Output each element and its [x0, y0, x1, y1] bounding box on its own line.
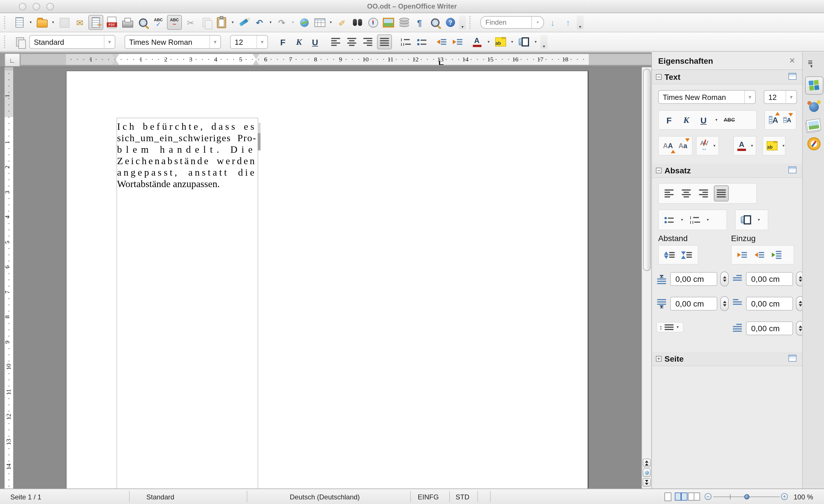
horizontal-ruler[interactable]: 123456789101112131415161718 1	[21, 54, 651, 65]
increase-spacing-button[interactable]	[662, 247, 676, 262]
document-line[interactable]: sich_um_ein_schwieriges Pro-	[117, 132, 256, 144]
paragraph-background-button[interactable]	[739, 212, 753, 227]
vertical-scrollbar[interactable]	[641, 67, 651, 489]
sidebar-decrease-indent-button[interactable]	[752, 247, 766, 262]
above-paragraph-spacing-field[interactable]	[670, 272, 717, 286]
numbered-list-button[interactable]	[399, 35, 413, 49]
next-page-button[interactable]	[643, 478, 651, 487]
align-right-button[interactable]	[361, 35, 375, 49]
help-button[interactable]: ?	[443, 15, 457, 29]
sidebar-font-color-dropdown[interactable]: ▾	[749, 143, 754, 148]
clone-formatting-button[interactable]	[237, 15, 251, 29]
email-button[interactable]: ✉	[73, 15, 87, 29]
cut-button[interactable]: ✂	[184, 15, 197, 29]
align-center-button[interactable]	[345, 35, 358, 49]
edit-mode-button[interactable]: ✏	[88, 15, 103, 30]
previous-page-button[interactable]	[643, 459, 651, 467]
spellcheck-button[interactable]: ABC✓	[151, 15, 165, 29]
vertical-ruler[interactable]: 1234567891011121314 1	[5, 67, 13, 489]
text-dialog-launcher-icon[interactable]	[789, 73, 797, 80]
paragraph-style-combo[interactable]: Standard ▼	[29, 35, 115, 49]
underline-button[interactable]: U	[308, 35, 322, 49]
styles-tab[interactable]	[805, 98, 822, 115]
document-line[interactable]: Zeichenabstände werden	[117, 156, 256, 167]
language-indicator[interactable]: Deutsch (Deutschland)	[290, 493, 360, 501]
export-pdf-button[interactable]: PDF	[105, 15, 119, 29]
below-spacing-spinner[interactable]	[720, 296, 729, 311]
line-spacing-button[interactable]: ↕ ▾	[656, 322, 683, 332]
find-dropdown[interactable]: ▾	[532, 20, 543, 25]
navigation-button[interactable]	[643, 469, 651, 477]
font-size-combo[interactable]: 12 ▼	[230, 35, 268, 49]
sidebar-bullet-list-button[interactable]	[662, 212, 676, 227]
character-spacing-button[interactable]: AV↔	[700, 138, 708, 153]
gallery-tab[interactable]	[805, 116, 822, 134]
sidebar-font-color-button[interactable]: A	[737, 138, 746, 153]
character-spacing-dropdown[interactable]: ▾	[712, 143, 717, 148]
sidebar-numbered-list-button[interactable]	[688, 212, 702, 227]
font-color-button[interactable]: A	[470, 35, 484, 49]
undo-dropdown[interactable]: ▾	[268, 20, 273, 25]
find-previous-button[interactable]: ↑	[561, 15, 575, 29]
text-section-header[interactable]: − Text	[652, 70, 802, 84]
justify-button[interactable]	[377, 34, 392, 49]
below-paragraph-spacing-field[interactable]	[670, 297, 717, 311]
document-line[interactable]: Wortabstände anzupassen.	[117, 179, 256, 190]
collapse-icon[interactable]: −	[656, 74, 661, 80]
new-document-button[interactable]	[13, 15, 26, 29]
navigator-tab[interactable]	[805, 135, 822, 152]
numbered-list-dropdown[interactable]: ▾	[705, 218, 710, 222]
bold-button[interactable]: F	[276, 35, 290, 49]
open-button[interactable]	[35, 15, 49, 29]
decrease-indent-button[interactable]	[434, 35, 448, 49]
underline-dropdown[interactable]: ▾	[714, 118, 719, 122]
sidebar-close-icon[interactable]: ✕	[789, 56, 795, 65]
styles-button[interactable]	[13, 35, 27, 49]
formatting-marks-button[interactable]: ¶	[413, 15, 426, 29]
bullet-list-button[interactable]	[415, 35, 429, 49]
highlighting-dropdown[interactable]: ▾	[510, 39, 515, 44]
selection-mode-indicator[interactable]: STD	[455, 493, 470, 501]
sidebar-highlighting-button[interactable]: ab	[766, 138, 778, 153]
toolbar-grip[interactable]	[4, 16, 9, 29]
zoom-button[interactable]	[428, 15, 442, 29]
sidebar-bold-button[interactable]: F	[662, 112, 676, 127]
paragraph-dialog-launcher-icon[interactable]	[789, 167, 797, 173]
paste-dropdown[interactable]: ▾	[230, 20, 235, 25]
font-color-dropdown[interactable]: ▾	[486, 39, 491, 44]
document-page[interactable]: Ich befürchte, dass es sich_um_ein_schwi…	[66, 71, 589, 489]
copy-button[interactable]	[199, 15, 213, 29]
sidebar-increase-indent-button[interactable]	[735, 247, 749, 262]
page-style-indicator[interactable]: Standard	[146, 493, 174, 501]
redo-button[interactable]: ↷	[275, 15, 289, 29]
sidebar-font-arrow[interactable]: ▼	[745, 94, 755, 100]
shrink-font-button[interactable]: A	[782, 112, 793, 127]
tab-type-selector[interactable]: ∟	[5, 54, 20, 67]
decrease-spacing-button[interactable]	[680, 247, 693, 262]
insert-table-button[interactable]	[313, 15, 326, 29]
bullet-list-dropdown[interactable]: ▾	[680, 218, 685, 222]
sidebar-justify-button[interactable]	[714, 185, 729, 201]
gallery-button[interactable]	[382, 15, 395, 29]
sidebar-align-right-button[interactable]	[697, 186, 710, 201]
zoom-out-button[interactable]: −	[705, 493, 712, 500]
line-spacing-dropdown[interactable]: ▾	[675, 325, 680, 329]
paragraph-background-dropdown[interactable]: ▾	[756, 218, 761, 222]
formatting-overflow-button[interactable]: ▾	[540, 35, 547, 49]
find-input[interactable]	[481, 17, 531, 27]
sidebar-menu-icon[interactable]: ≡	[808, 59, 813, 70]
right-indent-marker[interactable]	[253, 54, 259, 65]
page-indicator[interactable]: Seite 1 / 1	[10, 493, 41, 501]
before-text-indent-field[interactable]	[746, 272, 793, 286]
background-color-dropdown[interactable]: ▾	[533, 39, 538, 44]
find-toolbar-overflow-button[interactable]: ▾	[577, 15, 584, 29]
highlighting-button[interactable]: ab	[494, 35, 507, 49]
paragraph-section-header[interactable]: − Absatz	[652, 164, 802, 178]
style-combo-arrow[interactable]: ▼	[104, 39, 115, 44]
grow-font-button[interactable]: A	[768, 112, 779, 127]
draw-functions-button[interactable]: ✏	[335, 15, 349, 29]
undo-button[interactable]: ↶	[252, 15, 266, 29]
scrollbar-thumb[interactable]	[643, 69, 651, 271]
hanging-indent-button[interactable]	[769, 247, 783, 262]
insert-mode-indicator[interactable]: EINFG	[418, 493, 439, 501]
